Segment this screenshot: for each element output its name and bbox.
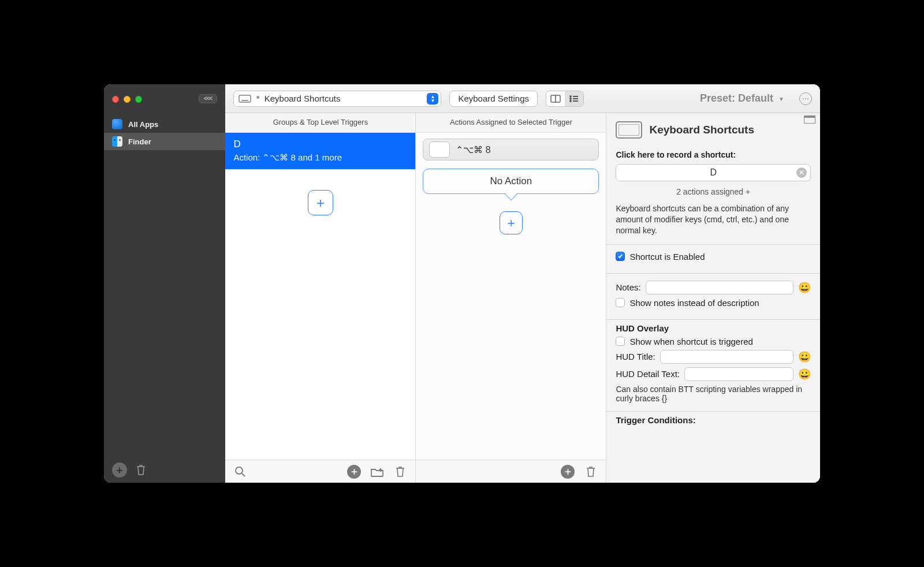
collapse-sidebar-button[interactable]: <<< <box>199 94 218 103</box>
add-button[interactable]: ＋ <box>347 465 361 479</box>
more-button[interactable]: ⋯ <box>799 92 812 105</box>
hud-show-checkbox[interactable] <box>616 337 625 346</box>
action-not-configured[interactable]: No Action <box>423 169 599 194</box>
sidebar-item-finder[interactable]: Finder <box>104 133 225 150</box>
keyboard-icon <box>239 95 251 103</box>
emoji-picker-button[interactable]: 😀 <box>798 281 811 294</box>
chevron-updown-icon: ▲▼ <box>427 93 438 105</box>
trigger-type-label: Keyboard Shortcuts <box>264 94 341 103</box>
groups-column-header: Groups & Top Level Triggers <box>225 113 415 133</box>
hud-title-input[interactable] <box>660 350 793 364</box>
action-icon <box>429 141 450 158</box>
groups-column-footer: ＋ <box>225 460 415 483</box>
enabled-checkbox[interactable] <box>616 252 625 261</box>
inspector-header: Keyboard Shortcuts <box>606 113 820 143</box>
svg-point-4 <box>570 100 571 102</box>
inspector-title: Keyboard Shortcuts <box>649 124 754 136</box>
record-shortcut-section: Click here to record a shortcut: D ✕ 2 a… <box>606 143 820 244</box>
view-mode-segment[interactable] <box>546 91 584 107</box>
columns-view-icon[interactable] <box>546 91 565 106</box>
show-notes-checkbox[interactable] <box>616 298 625 307</box>
action-label: ⌃⌥⌘ 8 <box>456 144 490 155</box>
sidebar-app-list: All Apps Finder <box>104 113 225 457</box>
keyboard-settings-button[interactable]: Keyboard Settings <box>449 91 538 107</box>
action-not-configured-label: No Action <box>490 176 532 187</box>
chevron-down-icon: ▼ <box>778 96 784 102</box>
trigger-type-selector[interactable]: • Keyboard Shortcuts ▲▼ <box>233 91 441 107</box>
zoom-window-button[interactable] <box>135 96 142 103</box>
columns: Groups & Top Level Triggers D Action: ⌃⌥… <box>225 113 820 483</box>
hud-detail-label: HUD Detail Text: <box>616 369 680 379</box>
popout-window-icon[interactable] <box>804 115 815 124</box>
minimize-window-button[interactable] <box>124 96 131 103</box>
delete-app-button[interactable] <box>135 464 147 476</box>
add-app-button[interactable]: ＋ <box>112 462 127 478</box>
globe-icon <box>112 119 122 129</box>
hud-detail-input[interactable] <box>684 367 793 381</box>
trigger-conditions-section: Trigger Conditions: <box>606 411 820 431</box>
action-row[interactable]: ⌃⌥⌘ 8 <box>423 139 599 161</box>
app-window: <<< All Apps Finder ＋ <box>104 84 820 483</box>
record-shortcut-field[interactable]: D ✕ <box>616 164 811 181</box>
hud-section: HUD Overlay Show when shortcut is trigge… <box>606 319 820 411</box>
add-button[interactable]: ＋ <box>561 465 575 479</box>
sidebar-item-all-apps[interactable]: All Apps <box>104 115 225 133</box>
search-icon[interactable] <box>233 466 247 478</box>
add-action-button[interactable]: ＋ <box>500 211 523 234</box>
trash-icon[interactable] <box>393 465 407 478</box>
new-folder-icon[interactable] <box>370 466 384 478</box>
close-window-button[interactable] <box>112 96 119 103</box>
add-trigger-button[interactable]: ＋ <box>308 190 333 215</box>
enabled-section: Shortcut is Enabled <box>606 244 820 273</box>
list-view-icon[interactable] <box>565 91 583 106</box>
shortcut-help-text: Keyboard shortcuts can be a combination … <box>616 203 811 236</box>
svg-point-5 <box>236 467 243 474</box>
trigger-conditions-title: Trigger Conditions: <box>616 415 811 425</box>
emoji-picker-button[interactable]: 😀 <box>798 350 811 363</box>
svg-point-2 <box>570 96 571 97</box>
preset-label: Preset: Default <box>700 92 773 104</box>
notes-section: Notes: 😀 Show notes instead of descripti… <box>606 273 820 319</box>
groups-column: Groups & Top Level Triggers D Action: ⌃⌥… <box>225 113 416 483</box>
window-titlebar: <<< <box>104 84 225 113</box>
actions-assigned-label[interactable]: 2 actions assigned + <box>616 187 811 196</box>
notes-label: Notes: <box>616 282 640 292</box>
sidebar-item-label: All Apps <box>128 120 158 129</box>
trigger-title: D <box>233 139 407 150</box>
trigger-row[interactable]: D Action: ⌃⌥⌘ 8 and 1 more <box>225 133 415 169</box>
clear-shortcut-button[interactable]: ✕ <box>796 167 807 178</box>
toolbar: • Keyboard Shortcuts ▲▼ Keyboard Setting… <box>225 84 820 113</box>
emoji-picker-button[interactable]: 😀 <box>798 368 811 381</box>
trigger-subtitle: Action: ⌃⌥⌘ 8 and 1 more <box>233 152 407 163</box>
inspector-panel: Keyboard Shortcuts Click here to record … <box>606 113 820 483</box>
actions-column-header: Actions Assigned to Selected Trigger <box>416 113 606 133</box>
hud-show-label: Show when shortcut is triggered <box>629 337 752 346</box>
keyboard-icon <box>616 121 642 139</box>
trash-icon[interactable] <box>584 465 598 478</box>
record-shortcut-value: D <box>710 167 717 178</box>
actions-column: Actions Assigned to Selected Trigger ⌃⌥⌘… <box>416 113 606 483</box>
hud-section-title: HUD Overlay <box>616 323 811 333</box>
window-controls <box>112 95 142 103</box>
record-shortcut-label: Click here to record a shortcut: <box>616 150 811 159</box>
finder-icon <box>112 136 122 147</box>
sidebar-item-label: Finder <box>128 137 151 146</box>
actions-column-footer: ＋ <box>416 460 606 483</box>
content: • Keyboard Shortcuts ▲▼ Keyboard Setting… <box>225 84 820 483</box>
show-notes-label: Show notes instead of description <box>629 298 759 308</box>
hud-help-text: Can also contain BTT scripting variables… <box>616 385 811 403</box>
svg-point-3 <box>570 98 571 99</box>
hud-title-label: HUD Title: <box>616 352 655 361</box>
sidebar: <<< All Apps Finder ＋ <box>104 84 225 483</box>
preset-selector[interactable]: Preset: Default ▼ <box>700 92 784 105</box>
sidebar-footer: ＋ <box>104 457 225 483</box>
notes-input[interactable] <box>646 281 793 294</box>
enabled-label: Shortcut is Enabled <box>629 252 705 262</box>
svg-rect-0 <box>239 95 251 102</box>
